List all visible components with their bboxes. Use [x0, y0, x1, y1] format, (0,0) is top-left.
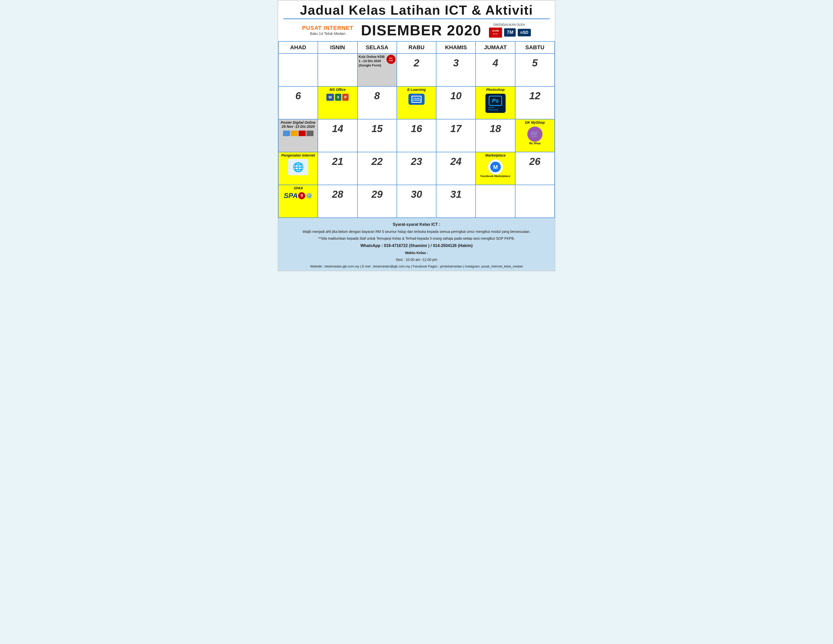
marketplace-title: Marketplace [485, 153, 506, 157]
internet-cell: Pengenalan Internet 🌐 [280, 153, 317, 184]
whatsapp-text: WhatsApp : 019-4716722 (Shamimi ) / 014-… [286, 243, 547, 249]
msoffice-cell: MS Office W X P [319, 88, 356, 118]
marketplace-cell: Marketplace M Facebook Marketplace [477, 153, 514, 184]
date-5: 5 [516, 55, 553, 71]
nsd-logo: nSD [518, 29, 531, 36]
footer-note: **Sila maklumkan kepada Staf untuk Temuj… [286, 236, 547, 241]
syarat-title: Syarat-syarat Kelas ICT : [286, 222, 547, 227]
main-title: Jadual Kelas Latihan ICT & Aktiviti [283, 3, 550, 18]
disember-title: DISEMBER 2020 [361, 22, 481, 39]
syarat-text: Wajib menjadi ahli jika belum dengan bay… [286, 229, 547, 234]
myshop-cart-icon: 🛒 [530, 130, 539, 138]
spa9-text: SPA [284, 192, 298, 200]
myshop-subtitle: My Shop [529, 142, 541, 145]
svg-rect-0 [489, 27, 502, 38]
spa9-gear-icon: ⚙️ [306, 192, 312, 199]
date-2: 2 [398, 55, 435, 71]
spa9-cell: SPA9 SPA 9 ⚙️ [280, 186, 317, 216]
calendar-header-row: AHAD ISNIN SELASA RABU KHAMIS JUMAAT SAB… [278, 42, 555, 53]
location-label: Batu 14 Teluk Medan [302, 31, 354, 35]
photoshop-title: Photoshop [486, 88, 505, 92]
poster-icon-row [283, 130, 314, 136]
col-isnin: ISNIN [318, 42, 357, 53]
spa9-logo: SPA 9 ⚙️ [284, 192, 313, 200]
date-23: 23 [398, 153, 435, 170]
photoshop-cell: Photoshop Ps Adobe Photoshop [477, 88, 514, 118]
date-30: 30 [398, 186, 435, 203]
calendar-table: AHAD ISNIN SELASA RABU KHAMIS JUMAAT SAB… [278, 41, 555, 218]
poster-mini-2 [291, 130, 298, 136]
w4-selasa: 22 [357, 152, 397, 185]
w4-isnin: 21 [318, 152, 357, 185]
date-12: 12 [516, 88, 553, 104]
w4-khamis: 24 [436, 152, 476, 185]
date-21: 21 [319, 153, 356, 170]
header-divider [283, 18, 550, 19]
main-container: Jadual Kelas Latihan ICT & Aktiviti PUSA… [278, 0, 555, 271]
date-29: 29 [359, 186, 396, 203]
kuiz-content: Kuiz Online KDB 1 –14 Dis 2020 (Google F… [359, 55, 396, 68]
elearning-cell: E-Learning ONLINELEARNING [398, 88, 435, 118]
msoffice-title: MS Office [330, 88, 346, 92]
svg-text:MCMC: MCMC [493, 33, 498, 35]
w1-jumaat: 4 [476, 53, 515, 86]
w2-rabu-elearning: E-Learning ONLINELEARNING [397, 86, 436, 119]
myshop-cell: DK MyShop 🛒 My Shop [516, 121, 553, 151]
word-icon: W [326, 94, 334, 101]
date-17: 17 [437, 121, 474, 137]
pusat-internet-label: PUSAT INTERNET [302, 25, 354, 31]
w2-jumaat-photoshop: Photoshop Ps Adobe Photoshop [476, 86, 515, 119]
w2-isnin-msoffice: MS Office W X P [318, 86, 357, 119]
ppt-icon: P [342, 94, 349, 101]
elearning-icon: ONLINELEARNING [408, 94, 425, 105]
w5-rabu: 30 [397, 185, 436, 218]
skmm-logo: SKMM MCMC [489, 27, 502, 38]
spa9-title: SPA9 [294, 186, 303, 190]
col-selasa: SELASA [357, 42, 397, 53]
col-jumaat: JUMAAT [476, 42, 515, 53]
date-15: 15 [359, 121, 396, 137]
dikendalikan-label: DIKENDALIKAN OLEH : [489, 23, 531, 27]
logos-block: DIKENDALIKAN OLEH : SKMM MCMC TM nSD [489, 23, 531, 38]
week-3-row: Poster Digital Online29 Nov -13 Dis 2020… [278, 119, 555, 152]
kuiz-text: Kuiz Online KDB 1 –14 Dis 2020 (Google F… [359, 55, 385, 68]
week-4-row: Pengenalan Internet 🌐 21 22 23 24 Market… [278, 152, 555, 185]
date-16: 16 [398, 121, 435, 137]
marketplace-fb-icon: M [490, 161, 501, 172]
w2-sabtu: 12 [515, 86, 555, 119]
w5-selasa: 29 [357, 185, 397, 218]
svg-text:M: M [493, 164, 497, 170]
w2-khamis: 10 [436, 86, 476, 119]
w3-ahad-poster: Poster Digital Online29 Nov -13 Dis 2020 [278, 119, 318, 152]
col-sabtu: SABTU [515, 42, 555, 53]
w4-jumaat-marketplace: Marketplace M Facebook Marketplace [476, 152, 515, 185]
w1-sabtu: 5 [515, 53, 555, 86]
w1-ahad [278, 53, 318, 86]
w5-isnin: 28 [318, 185, 357, 218]
ps-badge: Ps [489, 96, 502, 106]
w3-rabu: 16 [397, 119, 436, 152]
footer-bottom: Website : telukmedan.pjk.com.my | E-mel … [286, 264, 547, 268]
week-2-row: 6 MS Office W X P 8 E-Learning [278, 86, 555, 119]
w3-selasa: 15 [357, 119, 397, 152]
date-28: 28 [319, 186, 356, 203]
svg-text:SKMM: SKMM [492, 29, 499, 32]
col-ahad: AHAD [278, 42, 318, 53]
sesi-text: Sesi : 10.00 am -12.00 pm [286, 257, 547, 262]
tm-logo: TM [504, 28, 516, 37]
waktu-title: Waktu Kelas : [286, 250, 547, 256]
week-1-row: Kuiz Online KDB 1 –14 Dis 2020 (Google F… [278, 53, 555, 86]
w5-sabtu [515, 185, 555, 218]
w3-khamis: 17 [436, 119, 476, 152]
w2-ahad: 6 [278, 86, 318, 119]
myshop-title: DK MyShop [525, 121, 545, 124]
poster-mini-1 [283, 130, 290, 136]
page-header: Jadual Kelas Latihan ICT & Aktiviti PUSA… [278, 0, 555, 41]
date-18: 18 [477, 121, 514, 137]
poster-title: Poster Digital Online29 Nov -13 Dis 2020 [281, 121, 315, 129]
internet-icon: 🌐 [288, 159, 308, 175]
poster-cell-content: Poster Digital Online29 Nov -13 Dis 2020 [280, 121, 317, 151]
date-10: 10 [437, 88, 474, 104]
col-khamis: KHAMIS [436, 42, 476, 53]
sub-header: PUSAT INTERNET Batu 14 Teluk Medan DISEM… [283, 21, 550, 40]
